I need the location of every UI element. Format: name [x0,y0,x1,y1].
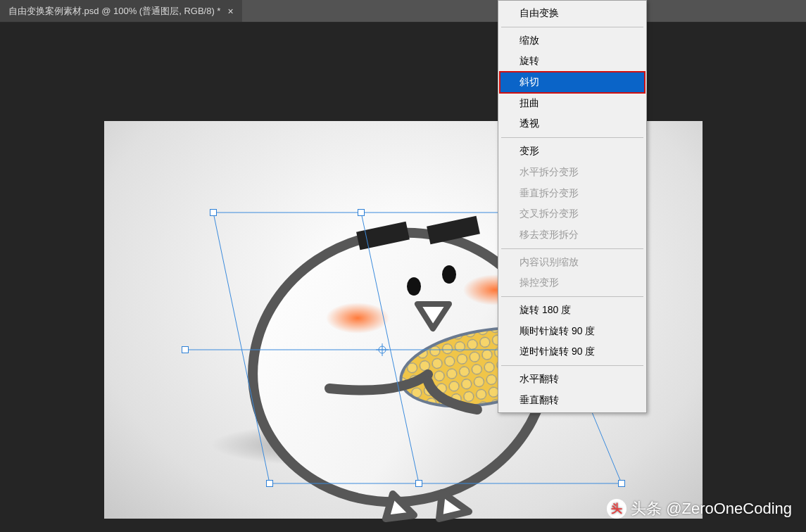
menu-item[interactable]: 缩放 [500,30,645,51]
menu-item[interactable]: 自由变换 [500,3,645,24]
workspace [0,23,806,532]
menu-separator [501,137,643,138]
transform-handle[interactable] [266,480,273,487]
transform-handle[interactable] [415,480,422,487]
menu-item[interactable]: 旋转 180 度 [500,300,645,321]
menu-item: 操控变形 [500,272,645,293]
menu-item[interactable]: 顺时针旋转 90 度 [500,321,645,342]
transform-handle[interactable] [618,480,625,487]
menu-item: 移去变形拆分 [500,224,645,246]
menu-item: 内容识别缩放 [500,252,645,273]
transform-handle[interactable] [358,209,365,216]
menu-separator [501,296,643,297]
svg-point-7 [326,303,389,334]
menu-item[interactable]: 旋转 [500,51,645,72]
watermark: 头 头条 @ZeroOneCoding [607,498,792,519]
svg-point-6 [442,265,456,284]
svg-point-5 [407,277,421,296]
tab-bar: 自由变换案例素材.psd @ 100% (普通图层, RGB/8) * × [0,0,806,23]
menu-item[interactable]: 斜切 [500,72,645,93]
menu-item[interactable]: 扭曲 [500,93,645,114]
menu-item[interactable]: 垂直翻转 [500,390,645,411]
transform-context-menu: 自由变换缩放旋转斜切扭曲透视变形水平拆分变形垂直拆分变形交叉拆分变形移去变形拆分… [498,0,647,413]
menu-item[interactable]: 透视 [500,113,645,134]
watermark-text: 头条 @ZeroOneCoding [631,498,792,519]
menu-item[interactable]: 水平翻转 [500,369,645,390]
tab-title: 自由变换案例素材.psd @ 100% (普通图层, RGB/8) * [8,5,220,18]
menu-separator [501,365,643,366]
menu-separator [501,27,643,27]
document-tab[interactable]: 自由变换案例素材.psd @ 100% (普通图层, RGB/8) * × [0,0,242,22]
watermark-logo-icon: 头 [607,499,626,519]
menu-item: 交叉拆分变形 [500,203,645,224]
menu-item[interactable]: 逆时针旋转 90 度 [500,341,645,362]
transform-handle[interactable] [182,346,189,353]
menu-item: 垂直拆分变形 [500,183,645,204]
menu-item: 水平拆分变形 [500,162,645,183]
menu-item[interactable]: 变形 [500,141,645,162]
menu-separator [501,248,643,249]
transform-handle[interactable] [210,209,217,216]
close-icon[interactable]: × [227,6,233,16]
